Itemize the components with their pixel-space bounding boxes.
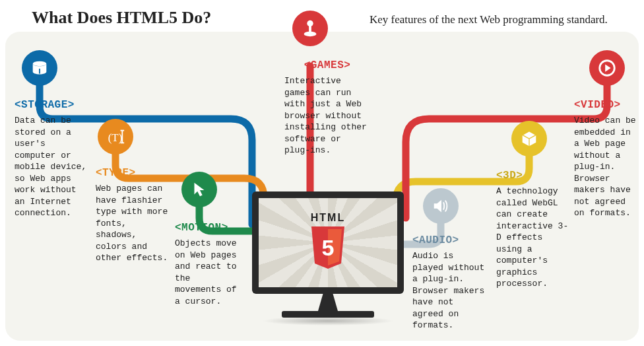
monitor-screen: HTML 5 bbox=[252, 191, 404, 294]
three-d-tag: <3D> bbox=[496, 170, 569, 182]
speaker-icon bbox=[423, 188, 459, 224]
feature-motion: <MOTION> Objects move on Web pages and r… bbox=[175, 222, 241, 307]
storage-desc: Data can be stored on a user's computer … bbox=[15, 115, 90, 219]
feature-audio: <AUDIO> Audio is played without a plug-i… bbox=[412, 234, 488, 331]
page-title: What Does HTML5 Do? bbox=[32, 8, 211, 28]
html5-monitor: HTML 5 bbox=[252, 191, 404, 324]
shield-number: 5 bbox=[322, 235, 335, 260]
type-tag: <TYPE> bbox=[96, 167, 168, 179]
motion-desc: Objects move on Web pages and react to t… bbox=[175, 238, 241, 307]
monitor-shadow bbox=[262, 316, 394, 326]
svg-point-8 bbox=[307, 20, 313, 26]
html5-text-label: HTML bbox=[307, 212, 348, 224]
feature-type: <TYPE> Web pages can have flashier type … bbox=[96, 167, 168, 264]
video-tag: <VIDEO> bbox=[574, 99, 637, 111]
storage-tag: <STORAGE> bbox=[15, 99, 90, 111]
cursor-icon bbox=[181, 172, 217, 207]
svg-text:(T): (T) bbox=[108, 131, 123, 144]
monitor-stand bbox=[311, 294, 344, 311]
motion-tag: <MOTION> bbox=[175, 222, 241, 234]
text-cursor-icon: (T) bbox=[98, 119, 133, 155]
feature-games: <GAMES> Interactive games can run with j… bbox=[284, 59, 370, 156]
audio-desc: Audio is played without a plug-in. Brows… bbox=[412, 250, 488, 331]
cube-icon bbox=[511, 121, 547, 156]
page-subtitle: Key features of the next Web programming… bbox=[370, 13, 608, 26]
joystick-icon bbox=[292, 11, 328, 46]
svg-point-0 bbox=[33, 61, 47, 67]
disk-icon bbox=[22, 50, 57, 86]
video-desc: Video can be embedded in a Web page with… bbox=[574, 115, 637, 219]
games-tag: <GAMES> bbox=[284, 59, 370, 71]
games-desc: Interactive games can run with just a We… bbox=[284, 75, 370, 156]
type-desc: Web pages can have flashier type with mo… bbox=[96, 183, 168, 264]
audio-tag: <AUDIO> bbox=[412, 234, 488, 246]
three-d-desc: A technology called WebGL can create int… bbox=[496, 186, 569, 290]
feature-3d: <3D> A technology called WebGL can creat… bbox=[496, 170, 569, 290]
feature-video: <VIDEO> Video can be embedded in a Web p… bbox=[574, 99, 637, 219]
play-icon bbox=[589, 50, 625, 86]
feature-storage: <STORAGE> Data can be stored on a user's… bbox=[15, 99, 90, 219]
html5-shield-icon: 5 bbox=[307, 225, 348, 271]
